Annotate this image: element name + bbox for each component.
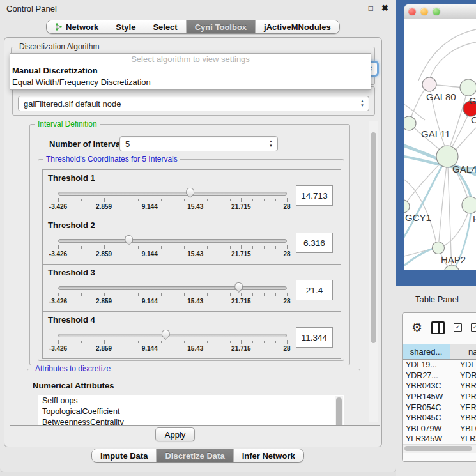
algorithm-dropdown-popup: Select algorithm to view settings Manual…: [10, 53, 371, 90]
node-label-c: C: [471, 114, 476, 125]
slider-handle[interactable]: [162, 330, 170, 340]
node-right-mid[interactable]: [462, 197, 476, 213]
list-item[interactable]: BetweennessCentrality: [38, 417, 344, 426]
list-item[interactable]: SelfLoops: [38, 395, 344, 406]
table-row[interactable]: YER054CYER0: [403, 402, 476, 413]
column-header-shared-name[interactable]: shared...: [403, 344, 450, 359]
threshold-1-value[interactable]: 14.713: [296, 185, 333, 206]
cyni-toolbox-panel: Discretization Algorithm ▲▼ Select algor…: [4, 37, 382, 447]
number-of-intervals-label: Number of Intervals: [49, 139, 127, 149]
checkbox-icon[interactable]: ✓: [454, 323, 462, 332]
slider-handle[interactable]: [125, 235, 133, 245]
slider-tick-labels: -3.4262.8599.14415.4321.71528: [58, 345, 287, 353]
table-row[interactable]: YDL19...YDL1: [403, 360, 476, 371]
control-panel-tabs: Network Style Select Cyni Toolbox jActiv…: [46, 20, 340, 34]
settings-scrollbar[interactable]: [369, 121, 378, 422]
slider-tick-labels: -3.4262.8599.14415.4321.71528: [58, 203, 287, 211]
node-hap2[interactable]: [433, 242, 445, 254]
node-gal80[interactable]: [422, 77, 436, 91]
tab-cyni-toolbox[interactable]: Cyni Toolbox: [186, 20, 255, 33]
table-data-combo[interactable]: galFiltered.sif default node ▲▼: [18, 96, 369, 111]
table-row[interactable]: YPR145WYPR1: [403, 392, 476, 403]
threshold-4-value[interactable]: 11.344: [296, 327, 333, 348]
control-panel-titlebar: Control Panel □ ✖: [0, 0, 396, 17]
threshold-1-label: Threshold 1: [48, 173, 95, 183]
discretization-algorithm-label: Discretization Algorithm: [17, 42, 102, 51]
tab-infer-network[interactable]: Infer Network: [233, 449, 303, 462]
table-horizontal-scrollbar[interactable]: [403, 444, 476, 453]
threshold-4-slider[interactable]: -3.4262.8599.14415.4321.71528: [58, 330, 287, 355]
node-label-gal4: GAL4: [452, 164, 476, 174]
tab-impute-data[interactable]: Impute Data: [92, 449, 156, 462]
network-desktop: GAL80 G. C GAL11 GAL4 GCY1 H HAP2: [396, 0, 476, 286]
settings-scrollbar-thumb[interactable]: [371, 132, 376, 343]
slider-handle[interactable]: [234, 282, 243, 293]
tab-jactivemnodules[interactable]: jActiveMNodules: [255, 20, 339, 33]
slider-track[interactable]: [58, 286, 287, 290]
slider-handle[interactable]: [186, 188, 194, 198]
numerical-attributes-label: Numerical Attributes: [33, 381, 114, 390]
node-table: shared... na YDL19...YDL1 YDR27...YDR2 Y…: [403, 344, 476, 445]
network-canvas[interactable]: GAL80 G. C GAL11 GAL4 GCY1 H HAP2: [404, 19, 476, 270]
float-icon[interactable]: □: [369, 3, 373, 13]
threshold-1-slider[interactable]: -3.4262.8599.14415.4321.71528: [58, 188, 287, 213]
columns-icon[interactable]: [431, 321, 445, 334]
table-row[interactable]: YBR045CYBR0: [403, 413, 476, 424]
slider-ticks: [58, 198, 287, 203]
tab-network[interactable]: Network: [47, 20, 107, 33]
table-row[interactable]: YBR043CYBR0: [403, 381, 476, 392]
node-label-hap2: HAP2: [441, 254, 466, 265]
tab-select[interactable]: Select: [144, 20, 185, 33]
threshold-2-slider[interactable]: -3.4262.8599.14415.4321.71528: [58, 235, 287, 261]
column-header-name[interactable]: na: [450, 344, 476, 359]
minimize-traffic-light[interactable]: [420, 8, 428, 15]
node-gal11[interactable]: [404, 116, 416, 130]
attributes-group-label: Attributes to discretize: [33, 364, 113, 373]
table-row[interactable]: YLR345WYLR3: [403, 434, 476, 445]
node-bottom[interactable]: [444, 265, 459, 270]
slider-track[interactable]: [58, 192, 287, 196]
close-icon[interactable]: ✖: [381, 3, 388, 13]
attributes-group: Attributes to discretize Numerical Attri…: [27, 369, 360, 426]
right-column: GAL80 G. C GAL11 GAL4 GCY1 H HAP2 Table …: [396, 0, 476, 476]
table-row[interactable]: YDR27...YDR2: [403, 371, 476, 381]
list-scrollbar-thumb[interactable]: [336, 397, 342, 426]
interval-definition-group: Interval Definition Number of Intervals …: [29, 124, 350, 365]
threshold-3-value[interactable]: 21.4: [296, 280, 333, 300]
table-row[interactable]: YBL079WYBL0: [403, 424, 476, 434]
slider-track[interactable]: [58, 334, 287, 337]
table-data-group: Table Data galFiltered.sif default node …: [12, 86, 375, 116]
popup-prompt: Select algorithm to view settings: [10, 54, 371, 65]
popup-item-manual-discretization[interactable]: Manual Discretization: [10, 65, 371, 77]
thresholds-group-label: Threshold's Coordinates for 5 Intervals: [43, 155, 180, 164]
node-top-right[interactable]: [460, 79, 476, 96]
tab-style[interactable]: Style: [107, 20, 144, 33]
slider-ticks: [58, 340, 287, 344]
table-toolbar: ⚙ ✓ ✓: [403, 313, 476, 342]
gear-icon[interactable]: ⚙: [411, 321, 422, 334]
numerical-attributes-list[interactable]: SelfLoops TopologicalCoefficient Between…: [38, 395, 344, 426]
apply-button[interactable]: Apply: [155, 427, 195, 441]
control-panel-title: Control Panel: [6, 4, 57, 13]
tab-discretize-data[interactable]: Discretize Data: [156, 449, 233, 462]
control-panel-window: Control Panel □ ✖ Network Style Select C…: [0, 0, 397, 472]
slider-tick-labels: -3.4262.8599.14415.4321.71528: [58, 250, 287, 258]
number-of-intervals-combo[interactable]: 5 ▲▼: [119, 136, 278, 151]
checkbox-icon[interactable]: ✓: [471, 323, 476, 332]
table-header: shared... na: [403, 344, 476, 360]
slider-track[interactable]: [58, 239, 287, 243]
list-scrollbar[interactable]: [335, 396, 343, 426]
settings-scrollpane: Interval Definition Number of Intervals …: [10, 119, 380, 426]
close-traffic-light[interactable]: [408, 8, 416, 15]
number-of-intervals-value: 5: [125, 139, 130, 149]
table-scrollbar-thumb[interactable]: [404, 446, 472, 451]
node-gcy1[interactable]: [404, 200, 410, 213]
list-item[interactable]: TopologicalCoefficient: [38, 406, 344, 417]
zoom-traffic-light[interactable]: [433, 8, 440, 15]
threshold-2-value[interactable]: 6.316: [296, 233, 333, 253]
interval-definition-label: Interval Definition: [35, 119, 100, 128]
node-label-gcy1: GCY1: [405, 212, 431, 223]
popup-item-equal-width[interactable]: Equal Width/Frequency Discretization: [10, 77, 371, 88]
threshold-3-slider[interactable]: -3.4262.8599.14415.4321.71528: [58, 282, 287, 308]
node-label-gal80: GAL80: [426, 91, 456, 102]
